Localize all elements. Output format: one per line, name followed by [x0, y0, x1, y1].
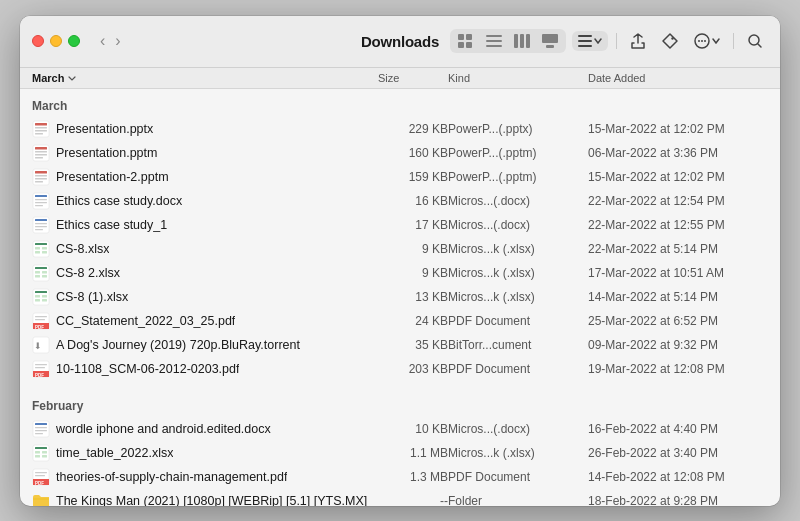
file-icon [32, 288, 50, 306]
table-row[interactable]: Ethics case study.docx 16 KB Micros...(.… [20, 189, 780, 213]
file-name: Presentation.pptx [56, 122, 153, 136]
table-row[interactable]: Presentation.pptm 160 KB PowerP...(.pptm… [20, 141, 780, 165]
svg-rect-82 [35, 447, 47, 449]
svg-rect-3 [466, 42, 472, 48]
view-icons-button[interactable] [453, 31, 479, 51]
file-kind: Micros...k (.xlsx) [448, 242, 588, 256]
table-row[interactable]: PDF 10-1108_SCM-06-2012-0203.pdf 203 KB … [20, 357, 780, 381]
file-icon [32, 240, 50, 258]
svg-point-15 [671, 37, 673, 39]
size-column-header[interactable]: Size [378, 72, 448, 84]
file-date: 17-Mar-2022 at 10:51 AM [588, 266, 768, 280]
table-row[interactable]: CS-8 2.xlsx 9 KB Micros...k (.xlsx) 17-M… [20, 261, 780, 285]
search-icon [747, 33, 763, 49]
close-button[interactable] [32, 35, 44, 47]
svg-point-17 [698, 40, 700, 42]
file-size: 9 KB [378, 242, 448, 256]
svg-rect-6 [486, 45, 502, 47]
share-button[interactable] [625, 30, 651, 52]
search-button[interactable] [742, 30, 768, 52]
svg-text:PDF: PDF [35, 324, 44, 329]
toolbar-right [450, 29, 768, 53]
file-size: 203 KB [378, 362, 448, 376]
file-name: wordle iphone and android.edited.docx [56, 422, 271, 436]
file-name: CC_Statement_2022_03_25.pdf [56, 314, 235, 328]
file-icon: PDF [32, 312, 50, 330]
table-row[interactable]: Presentation-2.pptm 159 KB PowerP...(.pp… [20, 165, 780, 189]
table-row[interactable]: wordle iphone and android.edited.docx 10… [20, 417, 780, 441]
file-date: 19-Mar-2022 at 12:08 PM [588, 362, 768, 376]
file-name-cell: Ethics case study.docx [32, 192, 378, 210]
svg-rect-32 [35, 171, 47, 174]
file-icon [32, 492, 50, 506]
view-icons-icon [458, 34, 474, 48]
svg-rect-23 [35, 127, 47, 129]
file-size: 9 KB [378, 266, 448, 280]
file-name: CS-8 2.xlsx [56, 266, 120, 280]
name-column-header[interactable]: March [32, 72, 378, 84]
file-name: Ethics case study.docx [56, 194, 182, 208]
file-size: 16 KB [378, 194, 448, 208]
file-name: Presentation-2.pptm [56, 170, 169, 184]
file-icon [32, 216, 50, 234]
file-date: 22-Mar-2022 at 12:54 PM [588, 194, 768, 208]
view-columns-button[interactable] [509, 31, 535, 51]
svg-rect-55 [42, 271, 47, 274]
file-kind: Micros...(.docx) [448, 218, 588, 232]
table-row[interactable]: time_table_2022.xlsx 1.1 MB Micros...k (… [20, 441, 780, 465]
back-button[interactable]: ‹ [96, 30, 109, 52]
maximize-button[interactable] [68, 35, 80, 47]
svg-rect-13 [578, 40, 592, 42]
view-list-icon [486, 34, 502, 48]
svg-rect-34 [35, 178, 47, 180]
view-group [450, 29, 566, 53]
svg-rect-57 [42, 275, 47, 278]
more-button[interactable] [689, 30, 725, 52]
svg-rect-43 [35, 223, 47, 224]
table-row[interactable]: Ethics case study_1 17 KB Micros...(.doc… [20, 213, 780, 237]
date-column-header[interactable]: Date Added [588, 72, 768, 84]
file-kind: Micros...k (.xlsx) [448, 290, 588, 304]
column-headers: March Size Kind Date Added [20, 68, 780, 89]
tag-icon [662, 33, 678, 49]
arrange-button[interactable] [572, 31, 608, 51]
file-kind: Micros...k (.xlsx) [448, 446, 588, 460]
svg-rect-37 [35, 195, 47, 197]
table-row[interactable]: ⬇ A Dog's Journey (2019) 720p.BluRay.tor… [20, 333, 780, 357]
svg-rect-83 [35, 451, 40, 454]
file-date: 16-Feb-2022 at 4:40 PM [588, 422, 768, 436]
file-list: March Presentation.pptx 229 KB PowerP...… [20, 89, 780, 506]
view-gallery-button[interactable] [537, 31, 563, 51]
table-row[interactable]: PDF theories-of-supply-chain-management.… [20, 465, 780, 489]
file-name: The Kings Man (2021) [1080p] [WEBRip] [5… [56, 494, 367, 506]
minimize-button[interactable] [50, 35, 62, 47]
table-row[interactable]: CS-8 (1).xlsx 13 KB Micros...k (.xlsx) 1… [20, 285, 780, 309]
file-name-cell: Ethics case study_1 [32, 216, 378, 234]
kind-column-header[interactable]: Kind [448, 72, 588, 84]
table-row[interactable]: CS-8.xlsx 9 KB Micros...k (.xlsx) 22-Mar… [20, 237, 780, 261]
file-icon [32, 168, 50, 186]
tag-button[interactable] [657, 30, 683, 52]
svg-rect-74 [35, 364, 47, 365]
file-date: 15-Mar-2022 at 12:02 PM [588, 122, 768, 136]
view-list-button[interactable] [481, 31, 507, 51]
toolbar-separator [616, 33, 617, 49]
file-size: 160 KB [378, 146, 448, 160]
svg-rect-40 [35, 205, 43, 206]
file-date: 15-Mar-2022 at 12:02 PM [588, 170, 768, 184]
view-gallery-icon [542, 34, 558, 48]
table-row[interactable]: PDF CC_Statement_2022_03_25.pdf 24 KB PD… [20, 309, 780, 333]
table-row[interactable]: Presentation.pptx 229 KB PowerP...(.pptx… [20, 117, 780, 141]
file-name: 10-1108_SCM-06-2012-0203.pdf [56, 362, 239, 376]
file-date: 22-Mar-2022 at 12:55 PM [588, 218, 768, 232]
file-name: Presentation.pptm [56, 146, 157, 160]
file-name-cell: CS-8.xlsx [32, 240, 378, 258]
more-icon [694, 33, 710, 49]
file-name-cell: wordle iphone and android.edited.docx [32, 420, 378, 438]
svg-rect-24 [35, 130, 47, 132]
svg-rect-84 [42, 451, 47, 454]
file-date: 06-Mar-2022 at 3:36 PM [588, 146, 768, 160]
table-row[interactable]: The Kings Man (2021) [1080p] [WEBRip] [5… [20, 489, 780, 506]
file-icon [32, 444, 50, 462]
forward-button[interactable]: › [111, 30, 124, 52]
